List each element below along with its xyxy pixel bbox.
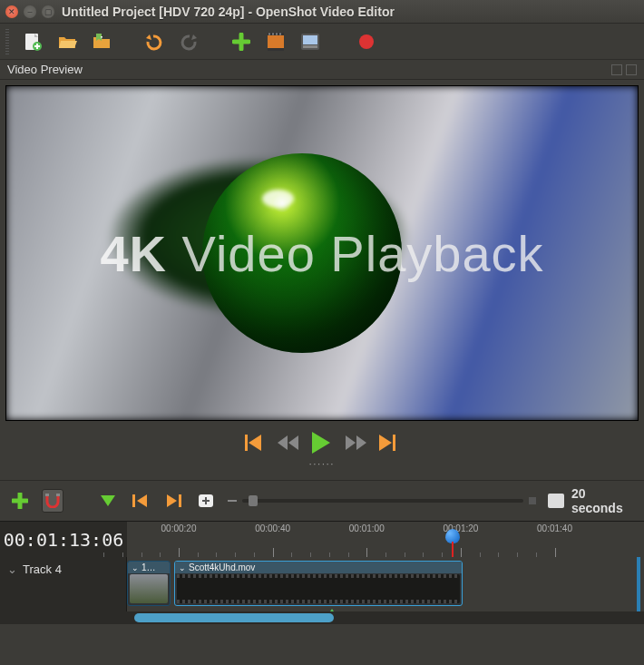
timeline-scrollbar[interactable] [0, 611, 644, 624]
import-files-button[interactable] [229, 29, 254, 54]
svg-rect-7 [276, 33, 278, 34]
ruler-tick-label: 00:01:00 [349, 523, 385, 533]
fullscreen-button[interactable] [298, 29, 323, 54]
titlebar: ✕ – ▢ Untitled Project [HDV 720 24p] - O… [0, 0, 644, 24]
preview-panel-header: Video Preview [0, 60, 644, 80]
svg-rect-14 [393, 435, 395, 451]
maximize-icon[interactable]: ▢ [42, 5, 54, 18]
svg-rect-18 [179, 494, 181, 507]
svg-rect-16 [56, 494, 60, 496]
main-toolbar [0, 24, 644, 60]
svg-rect-10 [303, 35, 317, 44]
rewind-button[interactable] [278, 435, 299, 450]
zoom-slider-thumb[interactable] [249, 495, 258, 506]
svg-point-12 [359, 34, 374, 49]
razor-dropdown-button[interactable] [97, 489, 119, 513]
clip[interactable]: ⌄ Scott4kUhd.mov [174, 561, 463, 606]
save-project-button[interactable] [89, 29, 114, 54]
close-panel-icon[interactable] [626, 64, 637, 75]
choose-profile-button[interactable] [263, 29, 288, 54]
end-marker[interactable] [637, 557, 640, 611]
video-canvas[interactable]: 4K Video Playback [5, 85, 639, 421]
timeline-ruler[interactable]: 00:01:13:06 00:00:2000:00:4000:01:0000:0… [0, 521, 644, 557]
chevron-down-icon[interactable]: ⌄ [179, 563, 186, 572]
timecode-display[interactable]: 00:01:13:06 [0, 522, 127, 557]
resize-handle-icon[interactable]: ······ [5, 459, 639, 474]
timeline-tracks: ⌄Track 4⌄ 1…⌄ Scott4kUhd.mov [0, 557, 644, 611]
clip-label: 1… [141, 562, 156, 572]
preview-panel-title: Video Preview [7, 63, 83, 76]
zoom-slider[interactable] [228, 496, 536, 505]
add-track-button[interactable] [9, 489, 31, 513]
jump-start-button[interactable] [245, 435, 265, 451]
svg-rect-17 [132, 494, 135, 507]
snapping-button[interactable] [42, 489, 63, 513]
zoom-in-icon[interactable] [529, 497, 536, 504]
toolbar-handle[interactable] [5, 29, 9, 54]
clip[interactable]: ⌄ 1… [127, 561, 171, 606]
svg-rect-20 [228, 500, 237, 502]
chevron-down-icon[interactable]: ⌄ [132, 563, 139, 572]
svg-rect-8 [279, 33, 281, 34]
timeline-toolbar: 20 seconds [0, 480, 644, 521]
window-title: Untitled Project [HDV 720 24p] - OpenSho… [62, 5, 395, 19]
svg-rect-4 [268, 48, 284, 51]
ruler-tick-label: 00:01:40 [537, 523, 572, 533]
svg-rect-21 [529, 497, 536, 504]
minimize-icon[interactable]: – [24, 5, 36, 18]
undock-panel-icon[interactable] [611, 64, 622, 75]
next-marker-button[interactable] [162, 489, 184, 513]
zoom-out-icon[interactable] [228, 496, 237, 505]
undo-button[interactable] [141, 29, 167, 54]
fastforward-button[interactable] [345, 435, 366, 450]
chevron-down-icon[interactable]: ⌄ [7, 562, 17, 576]
previous-marker-button[interactable] [130, 489, 151, 513]
jump-end-button[interactable] [379, 435, 399, 451]
scrollbar-thumb[interactable] [134, 613, 334, 622]
clip-thumbnail [177, 574, 460, 603]
svg-rect-13 [245, 435, 248, 451]
redo-button[interactable] [176, 29, 201, 54]
svg-rect-11 [303, 45, 317, 48]
playback-controls [5, 421, 639, 459]
close-icon[interactable]: ✕ [5, 5, 18, 18]
clip-thumbnail [130, 574, 168, 603]
center-playhead-button[interactable] [195, 489, 217, 513]
video-preview: 4K Video Playback ······ [0, 80, 644, 480]
clip-label: Scott4kUhd.mov [189, 562, 255, 572]
svg-rect-15 [45, 494, 49, 496]
open-project-button[interactable] [54, 29, 80, 54]
track-label: Track 4 [23, 562, 62, 576]
video-overlay-text: 4K Video Playback [100, 224, 543, 283]
zoom-readout: 20 seconds [548, 486, 636, 515]
ruler-tick-label: 00:00:40 [255, 523, 290, 533]
export-video-button[interactable] [354, 29, 379, 54]
new-project-button[interactable] [20, 29, 45, 54]
play-button[interactable] [312, 432, 332, 454]
svg-rect-5 [268, 33, 270, 34]
track-lane[interactable]: ⌄ 1…⌄ Scott4kUhd.mov [127, 557, 644, 611]
track-header[interactable]: ⌄Track 4 [0, 557, 127, 611]
zoom-box-icon [548, 494, 564, 508]
ruler-tick-label: 00:00:20 [161, 523, 197, 533]
svg-rect-6 [272, 33, 274, 34]
window-buttons: ✕ – ▢ [5, 5, 54, 18]
